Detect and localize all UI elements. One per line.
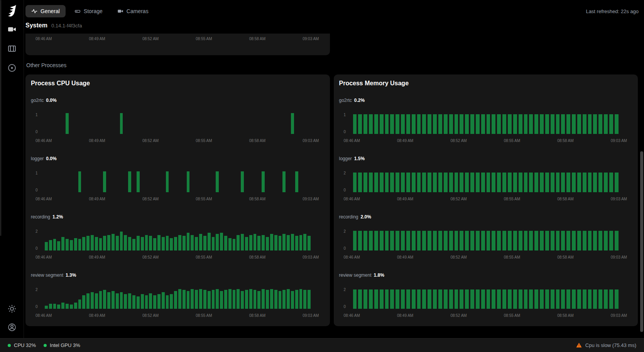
page-title: System xyxy=(25,22,47,29)
bar xyxy=(107,292,110,309)
bar xyxy=(295,171,298,192)
chart-current-value: 0.0% xyxy=(46,156,56,161)
bar xyxy=(476,173,480,192)
process-chart-logger: logger0.0%1008:46 AM08:49 AM08:52 AM08:5… xyxy=(30,156,325,201)
x-tick-label: 08:46 AM xyxy=(344,255,360,259)
x-tick-label: 08:58 AM xyxy=(249,139,265,143)
bar xyxy=(303,290,306,309)
status-bar: CPU 32% Intel GPU 3% Cpu is slow (75.43 … xyxy=(0,338,644,352)
y-tick-label: 0 xyxy=(35,247,45,250)
bar xyxy=(401,114,405,134)
bar xyxy=(583,173,587,192)
sidebar xyxy=(0,0,24,338)
bar xyxy=(199,234,202,250)
bar xyxy=(593,114,597,134)
bar xyxy=(61,303,64,309)
tab-cameras[interactable]: Cameras xyxy=(112,5,154,17)
bar xyxy=(604,231,608,250)
bar xyxy=(492,231,495,250)
bar xyxy=(363,173,367,192)
sidebar-item-live[interactable] xyxy=(7,25,17,35)
bar xyxy=(241,171,244,192)
bar xyxy=(66,304,69,309)
frigate-logo[interactable] xyxy=(5,4,19,17)
bar xyxy=(249,235,252,251)
tab-general[interactable]: General xyxy=(25,5,66,17)
clipped-chart-panel: 08:46 AM08:49 AM08:52 AM08:55 AM08:58 AM… xyxy=(25,34,330,55)
chart-current-value: 1.3% xyxy=(66,272,76,278)
bar xyxy=(556,231,560,250)
hard-drive-icon xyxy=(74,8,81,14)
bar xyxy=(385,114,389,134)
bar xyxy=(45,242,48,250)
bar xyxy=(390,289,394,309)
x-tick-label: 08:55 AM xyxy=(196,255,212,259)
chart-x-axis: 08:46 AM08:49 AM08:52 AM08:55 AM08:58 AM… xyxy=(30,139,325,143)
bar xyxy=(369,114,373,134)
scrollbar-thumb[interactable] xyxy=(640,151,643,332)
bar xyxy=(363,114,367,134)
bar xyxy=(61,237,64,250)
bar xyxy=(99,238,102,250)
sidebar-item-review[interactable] xyxy=(7,44,17,54)
bar xyxy=(291,234,294,250)
bar xyxy=(604,173,608,192)
bar xyxy=(519,289,522,309)
bar xyxy=(295,290,298,309)
x-tick-label: 08:49 AM xyxy=(397,197,413,201)
sidebar-item-export[interactable] xyxy=(7,63,17,73)
bar xyxy=(615,289,619,309)
cpu-metric: CPU 32% xyxy=(8,342,36,348)
bar xyxy=(524,114,528,134)
gpu-metric: Intel GPU 3% xyxy=(44,342,80,348)
scroll-area[interactable]: 08:46 AM08:49 AM08:52 AM08:55 AM08:58 AM… xyxy=(25,34,644,338)
section-label: Other Processes xyxy=(26,62,638,68)
bar xyxy=(598,173,602,192)
bar xyxy=(274,290,277,309)
bar xyxy=(216,171,219,192)
bar xyxy=(390,173,394,192)
bar xyxy=(178,235,181,251)
bar xyxy=(572,231,576,250)
bar-chart xyxy=(353,230,619,250)
x-tick-label: 08:52 AM xyxy=(142,313,159,318)
account-button[interactable] xyxy=(7,323,17,333)
bar xyxy=(385,289,389,309)
bar xyxy=(103,171,106,192)
bar xyxy=(353,289,357,309)
bar xyxy=(566,173,570,192)
bar xyxy=(116,236,119,250)
bar xyxy=(57,241,60,250)
bar xyxy=(609,231,613,250)
bar xyxy=(556,173,560,192)
chart-series-name: logger xyxy=(339,156,352,161)
bar xyxy=(566,289,570,309)
bar xyxy=(358,231,362,250)
sidebar-bottom xyxy=(7,304,17,333)
chart-x-axis: 08:46 AM08:49 AM08:52 AM08:55 AM08:58 AM… xyxy=(30,313,325,318)
bar xyxy=(220,291,223,309)
bar xyxy=(363,289,367,309)
x-tick-label: 08:58 AM xyxy=(249,313,265,318)
bar xyxy=(95,293,98,309)
x-tick-label: 08:49 AM xyxy=(89,197,105,201)
bar xyxy=(534,114,538,134)
bar xyxy=(460,289,463,309)
tab-storage[interactable]: Storage xyxy=(69,5,108,17)
bar xyxy=(303,234,306,250)
x-tick-label: 08:58 AM xyxy=(249,255,265,259)
bar xyxy=(279,236,282,250)
bar xyxy=(508,289,512,309)
chart-series-name: go2rtc xyxy=(339,98,352,103)
bar xyxy=(353,173,357,192)
process-chart-recording: recording1.2%2008:46 AM08:49 AM08:52 AM0… xyxy=(30,214,325,259)
bar-chart xyxy=(45,171,311,192)
bar-chart xyxy=(45,113,311,134)
bar xyxy=(412,289,416,309)
bar xyxy=(487,231,490,250)
bar xyxy=(112,234,115,250)
bar xyxy=(369,231,373,250)
settings-button[interactable] xyxy=(7,304,17,314)
bar xyxy=(406,114,410,134)
process-cpu-panel: Process CPU Usage go2rtc0.0%1008:46 AM08… xyxy=(25,74,330,326)
